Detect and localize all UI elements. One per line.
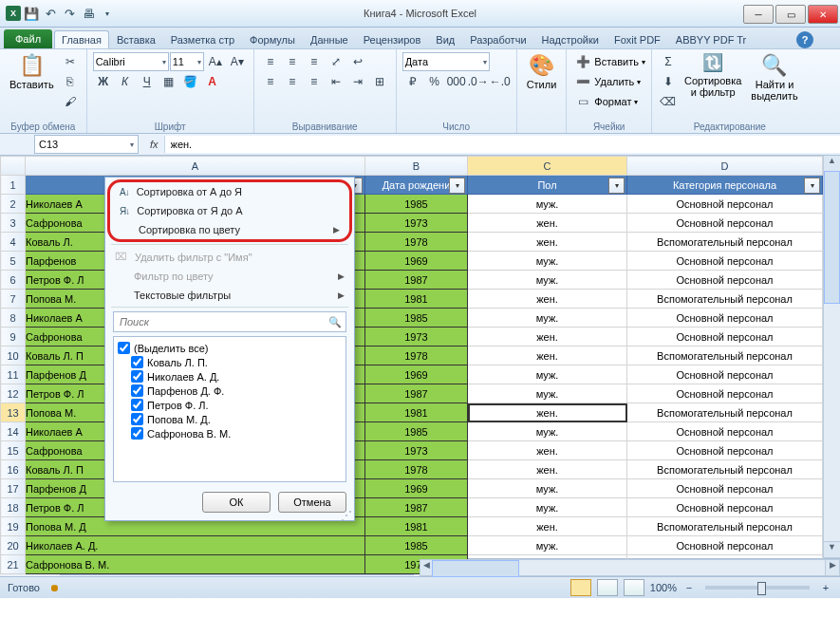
- number-format-combo[interactable]: Дата▾: [402, 52, 490, 71]
- cell-cat[interactable]: Основной персонал: [627, 498, 823, 517]
- filter-item-checkbox[interactable]: [131, 399, 143, 411]
- cell-sex[interactable]: муж.: [468, 479, 627, 498]
- row-header[interactable]: 21: [1, 555, 26, 574]
- styles-button[interactable]: 🎨 Стили: [523, 52, 561, 92]
- row-header[interactable]: 4: [1, 233, 26, 252]
- view-page-break-button[interactable]: [624, 579, 644, 596]
- tab-view[interactable]: Вид: [428, 30, 462, 48]
- cell-sex[interactable]: муж.: [468, 498, 627, 517]
- italic-icon[interactable]: К: [115, 72, 136, 91]
- font-combo[interactable]: Calibri▾: [93, 52, 169, 71]
- cell-cat[interactable]: Вспомогательный персонал: [627, 290, 823, 309]
- scroll-right-icon[interactable]: ▶: [825, 560, 839, 575]
- cell-year[interactable]: 1981: [365, 290, 468, 309]
- tab-foxit[interactable]: Foxit PDF: [607, 30, 668, 48]
- row-header[interactable]: 10: [1, 346, 26, 365]
- cell-cat[interactable]: Вспомогательный персонал: [627, 517, 823, 536]
- row-header[interactable]: 2: [1, 195, 26, 214]
- cell-year[interactable]: 1973: [365, 328, 468, 346]
- cell-year[interactable]: 1985: [365, 195, 468, 214]
- dec-decimal-icon[interactable]: ←.0: [490, 72, 511, 91]
- cell-cat[interactable]: Основной персонал: [627, 479, 823, 498]
- redo-icon[interactable]: ↷: [61, 5, 78, 22]
- align-middle-icon[interactable]: ≡: [282, 52, 303, 71]
- cell-sex[interactable]: муж.: [468, 384, 627, 403]
- help-icon[interactable]: ?: [796, 31, 813, 48]
- cell-year[interactable]: 1969: [365, 365, 468, 384]
- cell-year[interactable]: 1981: [365, 517, 468, 536]
- format-painter-icon[interactable]: 🖌: [60, 92, 81, 111]
- qat-customize-icon[interactable]: ▾: [99, 5, 116, 22]
- fx-icon[interactable]: fx: [150, 139, 159, 150]
- sort-color-item[interactable]: Сортировка по цвету ▶: [110, 220, 349, 239]
- tab-review[interactable]: Рецензиров: [356, 30, 429, 48]
- row-header[interactable]: 12: [1, 384, 26, 403]
- save-icon[interactable]: 💾: [23, 5, 40, 22]
- filter-select-all[interactable]: (Выделить все): [118, 341, 342, 355]
- cells-delete-button[interactable]: ➖Удалить▾: [572, 72, 645, 91]
- select-all-corner[interactable]: [1, 157, 26, 176]
- cell-year[interactable]: 1985: [365, 309, 468, 328]
- font-size-combo[interactable]: 11▾: [170, 52, 204, 71]
- cell-year[interactable]: 1985: [365, 422, 468, 441]
- print-preview-icon[interactable]: 🖶: [80, 5, 97, 22]
- wrap-text-icon[interactable]: ↩: [347, 52, 368, 71]
- clear-icon[interactable]: ⌫: [658, 92, 679, 111]
- cell-sex[interactable]: муж.: [468, 422, 627, 441]
- col-header-A[interactable]: A: [26, 157, 365, 176]
- copy-icon[interactable]: ⎘: [60, 72, 81, 91]
- cell-year[interactable]: 1978: [365, 346, 468, 365]
- cell-sex[interactable]: жен.: [468, 441, 627, 460]
- cell-cat[interactable]: Вспомогательный персонал: [627, 460, 823, 479]
- col-header-D[interactable]: D: [627, 157, 823, 176]
- cell-name[interactable]: Николаев А. Д.: [26, 536, 365, 555]
- filter-button-sex[interactable]: ▾: [608, 178, 625, 194]
- cells-insert-button[interactable]: ➕Вставить▾: [572, 52, 645, 71]
- currency-icon[interactable]: ₽: [402, 72, 423, 91]
- cell-sex[interactable]: жен.: [468, 290, 627, 309]
- macro-record-icon[interactable]: ⏺: [49, 582, 60, 593]
- filter-checklist[interactable]: (Выделить все) Коваль Л. П.Николаев А. Д…: [113, 336, 346, 482]
- cell-sex[interactable]: жен.: [468, 328, 627, 346]
- align-right-icon[interactable]: ≡: [304, 72, 325, 91]
- cell-cat[interactable]: Основной персонал: [627, 536, 823, 555]
- row-header[interactable]: 7: [1, 290, 26, 309]
- cell-cat[interactable]: Основной персонал: [627, 214, 823, 233]
- cell-sex[interactable]: жен.: [468, 214, 627, 233]
- paste-button[interactable]: 📋 Вставить: [6, 52, 58, 92]
- cell-sex[interactable]: муж.: [468, 309, 627, 328]
- inc-decimal-icon[interactable]: .0→: [468, 72, 489, 91]
- row-header[interactable]: 11: [1, 365, 26, 384]
- bold-icon[interactable]: Ж: [93, 72, 114, 91]
- sort-az-item[interactable]: А↓ Сортировка от А до Я: [110, 182, 349, 201]
- minimize-button[interactable]: ─: [743, 5, 774, 24]
- grow-font-icon[interactable]: A▴: [205, 52, 226, 71]
- cell-cat[interactable]: Основной персонал: [627, 384, 823, 403]
- cell-cat[interactable]: Основной персонал: [627, 365, 823, 384]
- maximize-button[interactable]: ▭: [775, 5, 806, 24]
- vertical-scrollbar[interactable]: ▲ ▼: [823, 156, 840, 558]
- cell-year[interactable]: 1978: [365, 233, 468, 252]
- row-header[interactable]: 17: [1, 479, 26, 498]
- ok-button[interactable]: ОК: [202, 492, 271, 513]
- zoom-in-button[interactable]: +: [819, 582, 832, 593]
- cell-cat[interactable]: Вспомогательный персонал: [627, 233, 823, 252]
- filter-search-input[interactable]: [118, 315, 328, 328]
- zoom-thumb[interactable]: [757, 582, 766, 595]
- cell-year[interactable]: 1985: [365, 536, 468, 555]
- row-header[interactable]: 20: [1, 536, 26, 555]
- filter-item-checkbox[interactable]: [131, 413, 143, 425]
- row-header[interactable]: 13: [1, 403, 26, 422]
- filter-item[interactable]: Попова М. Д.: [131, 412, 342, 426]
- filter-item-checkbox[interactable]: [131, 427, 143, 440]
- zoom-value[interactable]: 100%: [650, 582, 677, 593]
- decrease-indent-icon[interactable]: ⇤: [326, 72, 346, 91]
- align-left-icon[interactable]: ≡: [260, 72, 281, 91]
- cell-cat[interactable]: Основной персонал: [627, 328, 823, 346]
- filter-item[interactable]: Петров Ф. Л.: [131, 398, 342, 412]
- row-header[interactable]: 9: [1, 328, 26, 346]
- cell-year[interactable]: 1987: [365, 384, 468, 403]
- tab-abbyy[interactable]: ABBYY PDF Tr: [668, 30, 754, 48]
- sort-za-item[interactable]: Я↓ Сортировка от Я до А: [110, 201, 349, 220]
- font-color-icon[interactable]: A: [202, 72, 223, 91]
